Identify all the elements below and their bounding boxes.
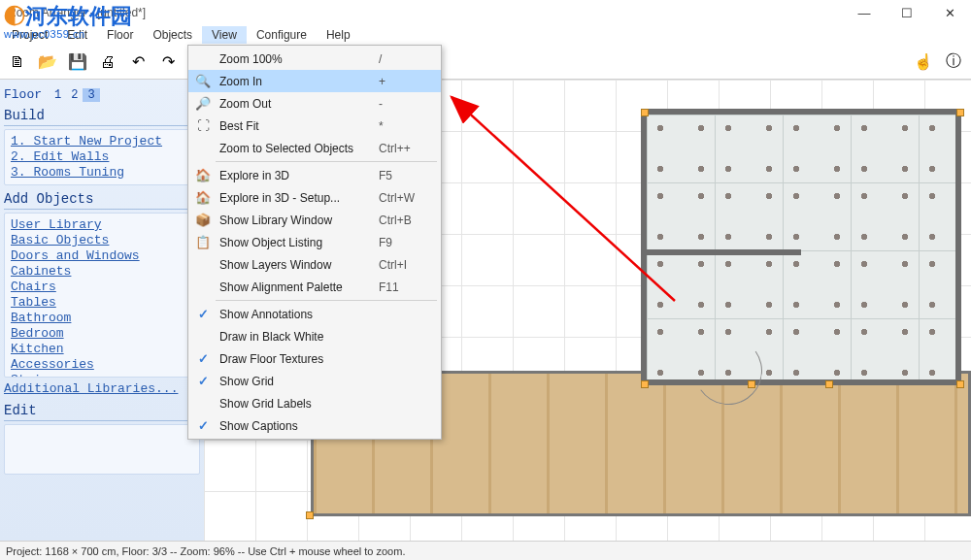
menu-item-label: Show Alignment Palette — [214, 280, 379, 294]
menu-item-label: Show Grid — [214, 375, 379, 388]
menu-help[interactable]: Help — [317, 26, 360, 44]
menu-item-shortcut: Ctrl++ — [379, 142, 435, 155]
resize-handle[interactable] — [641, 109, 649, 116]
build-step[interactable]: 1. Start New Project — [11, 134, 193, 149]
close-button[interactable]: ✕ — [928, 0, 971, 25]
menu-item-label: Zoom Out — [214, 97, 379, 111]
separator — [4, 209, 200, 210]
floor-label: Floor — [4, 87, 42, 102]
menu-item-draw-in-black-white[interactable]: Draw in Black White — [188, 325, 441, 347]
menu-item-zoom-100-[interactable]: Zoom 100%/ — [188, 48, 441, 70]
window-titlebar: Room Arranger - [untitled*] — ☐ ✕ — [0, 0, 971, 25]
category-kitchen[interactable]: Kitchen — [11, 342, 193, 357]
floor-page-1[interactable]: 1 — [50, 88, 66, 102]
tiled-room[interactable] — [641, 109, 961, 385]
menu-item-draw-floor-textures[interactable]: Draw Floor Textures — [188, 347, 441, 370]
menu-item-explore-in-3d-setup-[interactable]: 🏠Explore in 3D - Setup...Ctrl+W — [188, 186, 441, 209]
menu-item-show-alignment-palette[interactable]: Show Alignment PaletteF11 — [188, 276, 441, 298]
menu-item-shortcut: Ctrl+B — [379, 214, 435, 227]
save-button[interactable]: 💾 — [64, 49, 91, 76]
menu-item-shortcut: * — [379, 119, 435, 133]
menu-item-best-fit[interactable]: ⛶Best Fit* — [188, 115, 441, 137]
menu-item-show-layers-window[interactable]: Show Layers WindowCtrl+I — [188, 253, 441, 276]
menu-item-shortcut: F5 — [379, 169, 435, 182]
status-text: Project: 1168 × 700 cm, Floor: 3/3 -- Zo… — [6, 545, 405, 557]
menu-item-show-captions[interactable]: Show Captions — [188, 414, 441, 437]
open-button[interactable]: 📂 — [34, 49, 61, 76]
menu-item-label: Show Captions — [214, 419, 379, 433]
menu-edit[interactable]: Edit — [57, 26, 97, 44]
category-stairs[interactable]: Stairs — [11, 373, 193, 378]
check-icon — [192, 374, 214, 388]
hand-button[interactable]: ☝ — [910, 49, 937, 76]
category-bedroom[interactable]: Bedroom — [11, 326, 193, 342]
info-button[interactable]: ⓘ — [940, 49, 967, 76]
menu-item-show-annotations[interactable]: Show Annotations — [188, 303, 441, 325]
menu-item-shortcut: F9 — [379, 236, 435, 249]
menu-project[interactable]: Project — [2, 26, 57, 44]
menu-item-label: Show Library Window — [214, 214, 379, 227]
build-step[interactable]: 3. Rooms Tuning — [11, 165, 193, 181]
category-user-library[interactable]: User Library — [11, 217, 193, 233]
menu-icon: 🏠 — [192, 190, 214, 205]
interior-wall[interactable] — [641, 249, 801, 255]
menu-objects[interactable]: Objects — [143, 26, 202, 44]
menu-item-zoom-in[interactable]: 🔍Zoom In+ — [188, 70, 441, 92]
menu-icon: ⛶ — [192, 118, 214, 133]
minimize-button[interactable]: — — [843, 0, 886, 25]
resize-handle[interactable] — [825, 380, 833, 388]
category-doors-and-windows[interactable]: Doors and Windows — [11, 248, 193, 264]
menu-item-shortcut: Ctrl+W — [379, 191, 435, 205]
menu-item-label: Zoom 100% — [214, 52, 379, 66]
redo-button[interactable]: ↷ — [154, 49, 182, 76]
resize-handle[interactable] — [748, 380, 755, 388]
category-accessories[interactable]: Accessories — [11, 357, 193, 373]
category-tables[interactable]: Tables — [11, 295, 193, 311]
category-bathroom[interactable]: Bathroom — [11, 311, 193, 326]
menu-item-zoom-to-selected-objects[interactable]: Zoom to Selected ObjectsCtrl++ — [188, 137, 441, 159]
menu-item-label: Draw Floor Textures — [214, 352, 379, 366]
menu-item-label: Best Fit — [214, 119, 379, 133]
floor-page-2[interactable]: 2 — [66, 88, 83, 102]
menu-item-label: Zoom to Selected Objects — [214, 142, 379, 155]
menu-floor[interactable]: Floor — [97, 26, 143, 44]
print-button[interactable]: 🖨 — [94, 49, 121, 76]
menu-item-show-library-window[interactable]: 📦Show Library WindowCtrl+B — [188, 209, 441, 231]
undo-button[interactable]: ↶ — [124, 49, 151, 76]
category-cabinets[interactable]: Cabinets — [11, 264, 193, 280]
menu-item-label: Draw in Black White — [214, 330, 379, 344]
category-chairs[interactable]: Chairs — [11, 280, 193, 295]
additional-libraries-link[interactable]: Additional Libraries... — [4, 381, 200, 397]
menu-configure[interactable]: Configure — [247, 26, 317, 44]
menu-icon: 🔎 — [192, 96, 214, 111]
menu-item-label: Show Object Listing — [214, 236, 379, 249]
check-icon — [192, 418, 214, 433]
menu-item-explore-in-3d[interactable]: 🏠Explore in 3DF5 — [188, 164, 441, 186]
status-bar: Project: 1168 × 700 cm, Floor: 3/3 -- Zo… — [0, 541, 971, 560]
view-menu-dropdown: Zoom 100%/🔍Zoom In+🔎Zoom Out-⛶Best Fit*Z… — [187, 45, 442, 440]
category-basic-objects[interactable]: Basic Objects — [11, 233, 193, 248]
menu-icon: 🏠 — [192, 168, 214, 182]
maximize-button[interactable]: ☐ — [886, 0, 928, 25]
menu-item-shortcut: + — [379, 75, 435, 88]
build-step[interactable]: 2. Edit Walls — [11, 149, 193, 165]
resize-handle[interactable] — [641, 380, 649, 388]
menu-item-zoom-out[interactable]: 🔎Zoom Out- — [188, 92, 441, 115]
resize-handle[interactable] — [956, 380, 964, 388]
resize-handle[interactable] — [956, 109, 964, 116]
edit-panel — [4, 424, 200, 475]
menu-item-show-grid-labels[interactable]: Show Grid Labels — [188, 392, 441, 414]
menu-item-shortcut: / — [379, 52, 435, 66]
check-icon — [192, 307, 214, 321]
menu-separator — [216, 161, 437, 162]
floor-page-3[interactable]: 3 — [83, 88, 99, 102]
menu-item-shortcut: - — [379, 97, 435, 111]
edit-heading: Edit — [4, 403, 200, 418]
menu-item-show-grid[interactable]: Show Grid — [188, 370, 441, 392]
new-button[interactable]: 🗎 — [4, 49, 31, 76]
check-icon — [192, 351, 214, 366]
menu-item-shortcut: Ctrl+I — [379, 258, 435, 272]
menu-view[interactable]: View — [202, 26, 247, 44]
resize-handle[interactable] — [306, 511, 314, 519]
menu-item-show-object-listing[interactable]: 📋Show Object ListingF9 — [188, 231, 441, 253]
